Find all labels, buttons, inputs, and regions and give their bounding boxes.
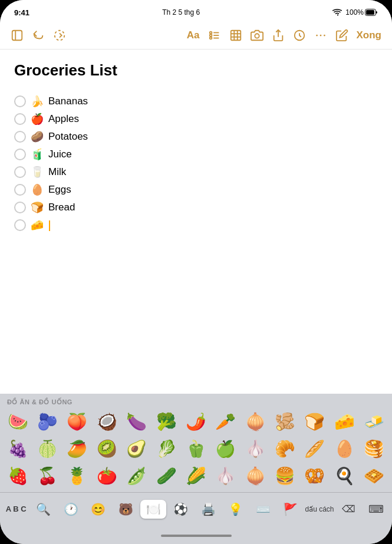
kb-btn-abc[interactable]: A B C xyxy=(3,505,29,513)
emoji-cell[interactable]: 🧄 xyxy=(242,436,268,461)
undo-button[interactable] xyxy=(32,29,45,42)
checklist-button[interactable] xyxy=(208,29,221,42)
redo-button[interactable] xyxy=(53,29,66,42)
svg-rect-2 xyxy=(12,30,22,40)
item-text[interactable]: Bananas xyxy=(48,95,88,107)
check-circle[interactable] xyxy=(14,113,26,125)
kb-btn-symbols[interactable]: ⌨️ xyxy=(250,502,276,516)
emoji-cell[interactable]: 🍳 xyxy=(331,463,357,489)
emoji-cell[interactable]: 🍆 xyxy=(124,408,150,434)
check-circle[interactable] xyxy=(14,219,26,231)
kb-btn-sports[interactable]: ⚽ xyxy=(168,502,194,516)
emoji-cell[interactable]: 🍉 xyxy=(5,408,31,434)
kb-btn-keyboard[interactable]: ⌨ xyxy=(363,503,389,516)
wifi-icon xyxy=(332,9,342,16)
kb-btn-delete-icon: ⌫ xyxy=(342,503,355,515)
kb-btn-search[interactable]: 🔍 xyxy=(31,502,57,516)
home-bar xyxy=(161,535,232,537)
emoji-cell[interactable]: 🧄 xyxy=(213,463,239,489)
format-button[interactable]: Aa xyxy=(187,29,200,41)
emoji-cell[interactable]: 🧅 xyxy=(242,408,268,434)
kb-btn-delete[interactable]: ⌫ xyxy=(335,503,361,515)
emoji-cell[interactable]: 🥐 xyxy=(272,436,298,461)
kb-btn-memoji[interactable]: 🐻 xyxy=(113,502,139,516)
emoji-cell[interactable]: 🫐 xyxy=(35,408,61,434)
kb-btn-emoji[interactable]: 😊 xyxy=(85,502,111,516)
emoji-cell[interactable]: 🍅 xyxy=(94,463,120,489)
toolbar-right: Aa xyxy=(187,29,381,42)
share-button[interactable] xyxy=(272,29,285,42)
emoji-cell[interactable]: 🫛 xyxy=(124,463,150,489)
emoji-cell[interactable]: 🍑 xyxy=(64,408,90,434)
emoji-cell[interactable]: 🌽 xyxy=(183,463,209,489)
item-text[interactable]: Juice xyxy=(48,149,72,160)
kb-btn-recent[interactable]: 🕐 xyxy=(58,502,84,516)
emoji-cell[interactable]: 🫑 xyxy=(183,436,209,461)
emoji-cell[interactable]: 🥑 xyxy=(124,436,150,461)
item-emoji: 🥔 xyxy=(31,131,44,142)
check-circle[interactable] xyxy=(14,131,26,143)
emoji-cell[interactable]: 🌶️ xyxy=(183,408,209,434)
emoji-cell[interactable]: 🍈 xyxy=(35,436,61,461)
edit-button[interactable] xyxy=(335,29,348,42)
camera-button[interactable] xyxy=(251,29,263,42)
kb-btn-objects-icon: 🖨️ xyxy=(201,502,216,516)
emoji-cell[interactable]: 🧇 xyxy=(361,463,387,489)
status-right: 100% xyxy=(332,8,378,17)
emoji-cell[interactable]: 🧀 xyxy=(331,408,357,434)
text-cursor xyxy=(49,220,50,231)
check-circle[interactable] xyxy=(14,184,26,196)
emoji-cell[interactable]: 🍒 xyxy=(35,463,61,489)
emoji-cell[interactable]: 🍇 xyxy=(5,436,31,461)
emoji-cell[interactable]: 🍓 xyxy=(5,463,31,489)
item-text[interactable]: Bread xyxy=(48,202,75,213)
emoji-cell[interactable]: 🧅 xyxy=(242,463,268,489)
kb-btn-recent-icon: 🕐 xyxy=(64,502,78,516)
emoji-cell[interactable]: 🥝 xyxy=(94,436,120,461)
check-circle[interactable] xyxy=(14,149,26,160)
emoji-cell[interactable]: 🍍 xyxy=(64,463,90,489)
emoji-cell[interactable]: 🥒 xyxy=(153,463,179,489)
sidebar-toggle-button[interactable] xyxy=(11,29,24,42)
emoji-cell[interactable]: 🧈 xyxy=(361,408,387,434)
kb-btn-objects[interactable]: 🖨️ xyxy=(195,502,221,516)
emoji-cell[interactable]: 🥥 xyxy=(94,408,120,434)
item-text[interactable]: Potatoes xyxy=(48,131,88,143)
kb-btn-food-icon: 🍽️ xyxy=(146,502,161,516)
screen: 9:41 Th 2 5 thg 6 100% xyxy=(0,0,392,544)
emoji-cell[interactable]: 🥨 xyxy=(302,463,328,489)
item-text[interactable]: Milk xyxy=(48,166,66,178)
more-button[interactable] xyxy=(314,29,327,42)
emoji-cell[interactable]: 🥭 xyxy=(64,436,90,461)
status-date: Th 2 5 thg 6 xyxy=(162,8,200,17)
kb-btn-search-icon: 🔍 xyxy=(36,502,51,516)
emoji-cell[interactable]: 🥖 xyxy=(302,436,328,461)
battery-icon xyxy=(365,9,378,16)
kb-btn-flags-icon: 🚩 xyxy=(283,502,298,516)
emoji-cell[interactable]: 🍞 xyxy=(302,408,328,434)
kb-btn-food[interactable]: 🍽️ xyxy=(140,500,166,519)
note-title: Groceries List xyxy=(14,61,378,80)
kb-btn-flags[interactable]: 🚩 xyxy=(278,502,304,516)
table-button[interactable] xyxy=(229,29,242,42)
status-center: Th 2 5 thg 6 xyxy=(162,8,200,17)
checklist-item: 🥔Potatoes xyxy=(14,129,378,144)
item-text[interactable]: Eggs xyxy=(48,184,71,196)
kb-btn-ideas[interactable]: 💡 xyxy=(223,502,249,516)
emoji-cell[interactable]: 🥕 xyxy=(213,408,239,434)
emoji-cell[interactable]: 🥚 xyxy=(331,436,357,461)
check-circle[interactable] xyxy=(14,95,26,107)
check-circle[interactable] xyxy=(14,166,26,178)
emoji-cell[interactable]: 🍔 xyxy=(272,463,298,489)
emoji-cell[interactable]: 🫚 xyxy=(272,408,298,434)
emoji-cell[interactable]: 🍏 xyxy=(213,436,239,461)
item-text[interactable]: Apples xyxy=(48,113,79,125)
check-circle[interactable] xyxy=(14,202,26,213)
kb-btn-space[interactable]: dấu cách xyxy=(305,505,334,513)
emoji-cell[interactable]: 🥞 xyxy=(361,436,387,461)
item-text[interactable] xyxy=(48,219,50,231)
emoji-cell[interactable]: 🥦 xyxy=(153,408,179,434)
done-button[interactable]: Xong xyxy=(357,29,382,41)
highlight-button[interactable] xyxy=(293,29,306,42)
emoji-cell[interactable]: 🥬 xyxy=(153,436,179,461)
